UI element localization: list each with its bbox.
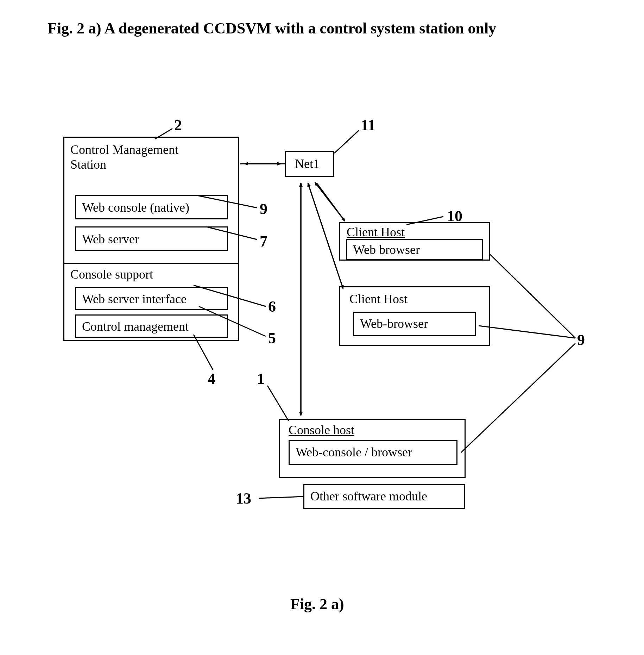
client-host-2-browser-label: Web-browser <box>360 317 428 331</box>
client-host-1-browser-label: Web browser <box>353 243 420 257</box>
svg-line-18 <box>479 326 575 338</box>
console-host-title: Console host <box>289 423 354 437</box>
svg-line-20 <box>259 497 303 498</box>
ref-4: 4 <box>208 370 215 388</box>
diagram-canvas: Control Management Station Web console (… <box>0 0 644 655</box>
console-host-other-label: Other software module <box>310 489 427 504</box>
svg-line-3 <box>315 182 341 217</box>
svg-line-9 <box>334 130 359 153</box>
ref-9a: 9 <box>260 200 267 218</box>
ref-10: 10 <box>447 207 462 225</box>
console-host-browser-label: Web-console / browser <box>296 445 412 460</box>
cms-web-server-interface-label: Web server interface <box>82 292 187 306</box>
client-host-1-title: Client Host <box>347 225 405 239</box>
svg-line-17 <box>489 254 575 338</box>
cms-web-console-label: Web console (native) <box>82 201 189 215</box>
ref-2: 2 <box>174 116 182 134</box>
ref-9b: 9 <box>577 331 585 349</box>
ref-11: 11 <box>361 116 375 134</box>
net1-label: Net1 <box>295 157 320 171</box>
cms-web-server-label: Web server <box>82 232 139 247</box>
ref-7: 7 <box>260 232 267 250</box>
ref-13: 13 <box>236 489 251 507</box>
svg-line-19 <box>461 343 575 453</box>
svg-line-2 <box>317 183 345 221</box>
ref-5: 5 <box>268 329 276 347</box>
cms-title-line2: Station <box>70 158 106 172</box>
cms-control-management-label: Control management <box>82 320 189 334</box>
cms-console-support-label: Console support <box>70 268 153 282</box>
svg-line-15 <box>267 386 289 421</box>
client-host-2-title: Client Host <box>349 292 408 306</box>
ref-6: 6 <box>268 298 276 316</box>
svg-line-5 <box>308 183 341 283</box>
ref-1: 1 <box>257 370 265 388</box>
cms-title-line1: Control Management <box>70 143 178 157</box>
svg-line-4 <box>308 183 343 289</box>
